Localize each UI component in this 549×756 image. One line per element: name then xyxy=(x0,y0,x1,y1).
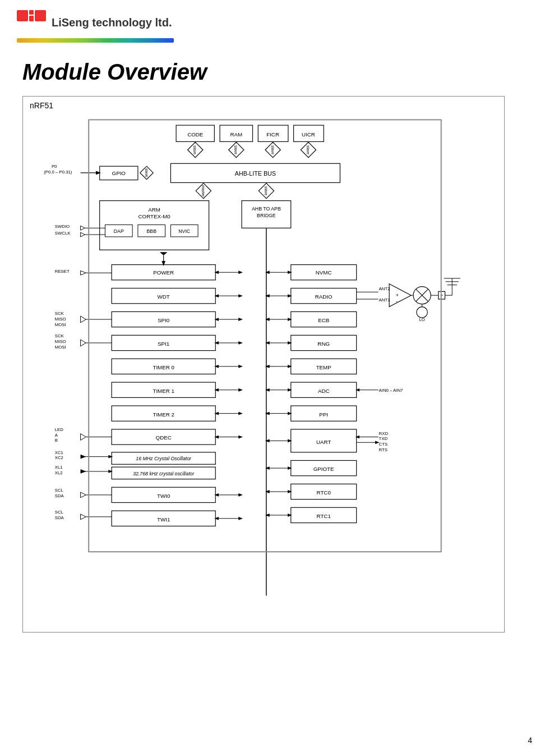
spi1-block: SPI1 xyxy=(158,341,169,347)
twi1-block: TWI1 xyxy=(157,516,170,523)
svg-rect-0 xyxy=(17,10,28,21)
sck2-label: SCK xyxy=(55,333,64,338)
nvic-block: NVIC xyxy=(178,228,190,234)
color-bar xyxy=(17,38,174,43)
scl-sda-1: SCL xyxy=(55,488,64,493)
page-number: 4 xyxy=(528,736,532,745)
uart-block: UART xyxy=(316,439,331,445)
timer0-block: TIMER 0 xyxy=(153,364,174,370)
ecb-block: ECB xyxy=(318,317,329,323)
reset-label: RESET xyxy=(55,269,70,274)
svg-marker-37 xyxy=(81,316,86,323)
ppi-block: PPI xyxy=(319,411,328,418)
adc-block: ADC xyxy=(318,388,330,394)
qdec-block: QDEC xyxy=(156,434,172,441)
temp-block: TEMP xyxy=(316,364,331,370)
gpio-slave-diamond: slave xyxy=(145,168,149,177)
logo-area: LiSeng technology ltd. xyxy=(17,10,532,35)
ain-label: AIN0 – AIN7 xyxy=(379,388,403,393)
svg-marker-41 xyxy=(81,340,86,346)
svg-point-86 xyxy=(417,307,427,318)
xc2-label: XC2 xyxy=(55,455,63,460)
svg-marker-22 xyxy=(81,226,85,230)
crystal-32khz: 32.768 kHz crystal oscillator xyxy=(133,471,195,476)
timer1-block: TIMER 1 xyxy=(153,388,174,394)
rtc0-block: RTC0 xyxy=(317,489,331,496)
slave-diamond-3: slave xyxy=(271,145,275,154)
uicr-block: UICR xyxy=(302,131,315,138)
txd-label: TXD xyxy=(379,436,388,441)
rtc1-block: RTC1 xyxy=(317,513,331,519)
wdt-block: WDT xyxy=(158,294,170,300)
ant2-label: ANT2 xyxy=(379,286,390,291)
code-block: CODE xyxy=(187,131,204,138)
radio-block: RADIO xyxy=(315,294,333,300)
gpio-block: GPIO xyxy=(112,170,126,176)
arm-cortex-label2: CORTEX-M0 xyxy=(139,213,171,219)
svg-rect-1 xyxy=(29,10,34,15)
ahb-apb-label2: BRIDGE xyxy=(257,213,276,218)
rts-label: RTS xyxy=(379,447,387,452)
rng-block: RNG xyxy=(317,341,330,347)
p0-label: P0 xyxy=(52,164,57,169)
slave-diamond-5: slave xyxy=(264,186,268,195)
dap-block: DAP xyxy=(114,228,124,234)
spi0-block: SPI0 xyxy=(158,317,170,323)
mosi2-label: MOSI xyxy=(55,345,66,350)
svg-marker-51 xyxy=(81,434,86,441)
scl-sda-2: SDA xyxy=(55,493,64,498)
xl2-label: XL2 xyxy=(55,470,63,475)
crystal-16mhz: 16 MHz Crystal Oscillator xyxy=(136,456,192,461)
svg-marker-65 xyxy=(81,514,86,520)
svg-marker-24 xyxy=(81,232,85,237)
twi0-block: TWI0 xyxy=(157,493,170,499)
svg-rect-3 xyxy=(35,10,46,21)
gpiote-block: GPIOTE xyxy=(313,466,334,472)
a-label: A xyxy=(55,433,58,438)
svg-marker-74 xyxy=(389,284,411,307)
ahb-apb-label1: AHB TO APB xyxy=(252,206,281,212)
swdio-label: SWDIO xyxy=(55,224,70,229)
cts-label: CTS xyxy=(379,442,388,447)
ram-block: RAM xyxy=(230,131,242,138)
xc1-label: XC1 xyxy=(55,450,63,455)
p0-range-label: (P0.0 – P0.31) xyxy=(44,169,72,175)
rxd-label: RXD xyxy=(379,431,389,436)
bbb-block: BBB xyxy=(146,228,156,234)
lo-label: LO xyxy=(419,317,425,322)
master-diamond: master xyxy=(201,185,205,198)
svg-rect-2 xyxy=(29,16,34,21)
ficr-block: FICR xyxy=(266,131,279,138)
svg-marker-33 xyxy=(160,252,168,255)
plus-sign: + xyxy=(396,292,399,298)
page-title: Module Overview xyxy=(0,48,549,90)
nvmc-block: NVMC xyxy=(316,269,332,276)
swclk-label: SWCLK xyxy=(55,231,71,236)
header: LiSeng technology ltd. xyxy=(0,0,549,48)
svg-marker-29 xyxy=(81,271,86,275)
arm-cortex-label: ARM xyxy=(148,207,160,213)
scl2-label: SCL xyxy=(55,510,64,515)
miso2-label: MISO xyxy=(55,339,66,344)
xl1-label: XL1 xyxy=(55,465,63,470)
power-block: POWER xyxy=(153,269,174,276)
svg-marker-61 xyxy=(81,492,86,498)
company-logo-icon xyxy=(17,10,46,35)
sck-miso-mosi-1: SCK xyxy=(55,311,64,316)
led-label: LED xyxy=(55,427,64,432)
ahb-lite-bus: AHB-LITE BUS xyxy=(235,170,276,177)
sck-miso-mosi-2: MISO xyxy=(55,317,66,322)
ant1-label: ANT1 xyxy=(379,297,390,303)
slave-diamond-1: slave xyxy=(193,145,197,154)
company-name: LiSeng technology ltd. xyxy=(52,16,172,29)
chip-label: nRF51 xyxy=(30,101,53,110)
diagram-container: nRF51 CODE RAM FICR UICR slave slave xyxy=(22,96,505,633)
slave-diamond-2: slave xyxy=(234,145,238,154)
sck-miso-mosi-3: MOSI xyxy=(55,322,66,327)
timer2-block: TIMER 2 xyxy=(153,411,174,418)
minus-sign: - xyxy=(396,299,398,304)
sda2-label: SDA xyxy=(55,515,64,520)
b-label: B xyxy=(55,438,58,443)
module-overview-diagram: CODE RAM FICR UICR slave slave slave sla… xyxy=(29,102,499,624)
slave-diamond-4: slave xyxy=(306,145,310,154)
